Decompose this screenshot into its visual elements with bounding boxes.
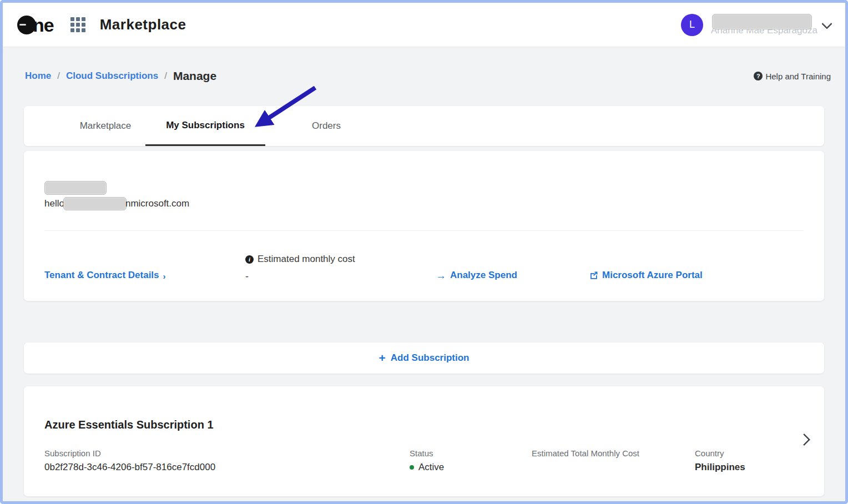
add-subscription-label: Add Subscription xyxy=(391,352,470,364)
plus-icon: + xyxy=(379,352,386,364)
breadcrumb-separator: / xyxy=(57,70,60,82)
top-header: ne Marketplace L Arianne Mae Esparagoza xyxy=(3,3,845,47)
tabs-bar: Marketplace My Subscriptions Orders xyxy=(24,106,824,146)
divider xyxy=(44,230,804,231)
avatar[interactable]: L xyxy=(681,14,703,36)
account-email: hello nmicrosoft.com xyxy=(44,197,189,210)
chevron-right-icon: › xyxy=(163,271,166,281)
microsoft-azure-portal-link[interactable]: Microsoft Azure Portal xyxy=(589,270,703,281)
app-launcher-grid-icon[interactable] xyxy=(70,17,85,32)
field-subscription-id: Subscription ID 0b2f278d-3c46-4206-bf57-… xyxy=(44,448,215,473)
field-status: Status Active xyxy=(410,448,444,473)
breadcrumb-home[interactable]: Home xyxy=(25,70,51,82)
chevron-down-icon[interactable] xyxy=(821,18,832,29)
softwareone-logo[interactable]: ne xyxy=(17,16,54,34)
tenant-contract-details-link[interactable]: Tenant & Contract Details › xyxy=(44,270,166,281)
tenant-link-label: Tenant & Contract Details xyxy=(44,270,159,281)
analyze-spend-label: Analyze Spend xyxy=(450,270,517,281)
breadcrumb: Home / Cloud Subscriptions / Manage ? He… xyxy=(25,69,831,83)
help-and-training-link[interactable]: ? Help and Training xyxy=(754,72,831,81)
subscription-card[interactable]: Azure Essentials Subscription 1 Subscrip… xyxy=(24,386,824,496)
breadcrumb-cloud-subscriptions[interactable]: Cloud Subscriptions xyxy=(66,70,158,82)
field-label: Estimated Total Monthly Cost xyxy=(532,448,639,458)
field-value: 0b2f278d-3c46-4206-bf57-816ce7fcd000 xyxy=(44,462,215,473)
add-subscription-button[interactable]: + Add Subscription xyxy=(24,342,824,374)
user-name: Arianne Mae Esparagoza xyxy=(710,13,819,37)
help-icon: ? xyxy=(754,72,763,80)
chevron-right-icon[interactable] xyxy=(798,434,811,446)
redaction-box-name xyxy=(44,181,107,195)
redaction-box xyxy=(712,14,812,29)
status-text: Active xyxy=(418,462,444,473)
tab-my-subscriptions[interactable]: My Subscriptions xyxy=(145,106,265,146)
arrow-right-icon: → xyxy=(436,270,446,281)
app-frame: ne Marketplace L Arianne Mae Esparagoza … xyxy=(0,0,848,504)
field-label: Status xyxy=(410,448,444,458)
field-label: Country xyxy=(695,448,745,458)
field-label: Subscription ID xyxy=(44,448,215,458)
estimated-monthly-cost-text: Estimated monthly cost xyxy=(258,254,355,265)
field-value: Philippines xyxy=(695,462,745,473)
breadcrumb-separator: / xyxy=(164,70,167,82)
field-country: Country Philippines xyxy=(695,448,745,473)
user-menu[interactable]: L Arianne Mae Esparagoza xyxy=(681,13,831,37)
analyze-spend-link[interactable]: → Analyze Spend xyxy=(436,270,517,281)
status-dot-icon xyxy=(410,465,414,470)
account-card: hello nmicrosoft.com i Estimated monthly… xyxy=(24,151,824,301)
info-icon: i xyxy=(245,255,254,264)
subscription-title: Azure Essentials Subscription 1 xyxy=(44,419,214,431)
tab-orders[interactable]: Orders xyxy=(287,106,365,146)
tab-marketplace[interactable]: Marketplace xyxy=(55,106,155,146)
help-label: Help and Training xyxy=(765,72,831,81)
external-link-icon xyxy=(589,271,598,280)
estimated-monthly-cost-label: i Estimated monthly cost xyxy=(245,254,355,265)
email-prefix: hello xyxy=(44,198,64,209)
breadcrumb-current: Manage xyxy=(173,69,216,83)
status-badge: Active xyxy=(410,462,444,473)
logo-circle-icon xyxy=(17,16,36,34)
estimated-monthly-cost-value: - xyxy=(245,271,249,283)
redaction-box-email xyxy=(63,197,127,210)
email-suffix: nmicrosoft.com xyxy=(125,198,189,209)
page-title: Marketplace xyxy=(100,16,186,33)
azure-portal-label: Microsoft Azure Portal xyxy=(602,270,703,281)
field-estimated-total-monthly-cost: Estimated Total Monthly Cost xyxy=(532,448,639,462)
